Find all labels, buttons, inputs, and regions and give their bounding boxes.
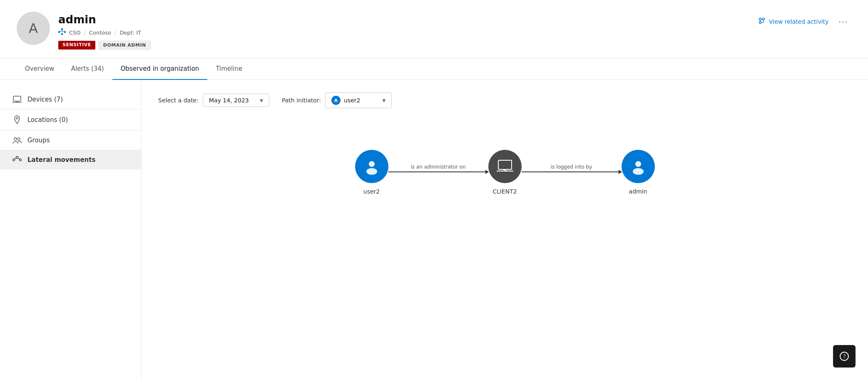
user-meta: CSO | Contoso | Dept: IT [58, 28, 151, 37]
groups-icon [12, 137, 22, 144]
user-info: admin CSO | [58, 12, 151, 50]
dept-label: Dept: IT [119, 30, 141, 36]
svg-line-21 [15, 158, 16, 160]
view-related-label: View related activity [769, 18, 828, 25]
lateral-icon [12, 156, 22, 164]
laptop-icon [12, 96, 22, 103]
user2-node-label: user2 [363, 188, 380, 195]
view-related-activity-button[interactable]: View related activity [758, 17, 828, 26]
svg-point-18 [13, 159, 15, 161]
svg-point-29 [633, 168, 644, 175]
svg-point-16 [14, 138, 17, 140]
sidebar-item-lateral[interactable]: Lateral movements [0, 150, 141, 169]
avatar: A [17, 12, 50, 45]
initiator-value: user2 [344, 97, 360, 104]
sidebar-item-devices[interactable]: Devices (7) [0, 90, 141, 109]
edge-label-1: is an administrator on [410, 164, 465, 170]
user-profile-section: A admin CSO [17, 12, 151, 50]
more-options-button[interactable]: ··· [835, 15, 851, 28]
svg-point-23 [369, 161, 375, 167]
page-header: A admin CSO [0, 0, 868, 58]
svg-point-24 [366, 168, 377, 175]
date-value: May 14, 2023 [209, 97, 249, 104]
svg-rect-0 [61, 28, 63, 30]
date-filter-label: Select a date: [158, 97, 199, 104]
date-filter-group: Select a date: May 14, 2023 ▼ [158, 94, 269, 107]
svg-point-9 [759, 18, 761, 20]
chevron-down-icon: ▼ [260, 98, 263, 103]
svg-rect-3 [61, 33, 63, 35]
graph-node-admin[interactable]: admin [622, 150, 655, 195]
svg-rect-12 [13, 96, 21, 101]
svg-point-19 [16, 156, 18, 159]
admin-node-circle [622, 150, 655, 183]
graph-node-user2[interactable]: user2 [355, 150, 388, 195]
initiator-filter-label: Path initiator: [282, 97, 321, 104]
badges: SENSITIVE DOMAIN ADMIN [58, 41, 151, 50]
main-content: Devices (7) Locations (0) Groups [0, 80, 868, 380]
svg-point-10 [763, 18, 765, 20]
sidebar-item-groups[interactable]: Groups [0, 130, 141, 150]
help-button[interactable]: ? [833, 345, 856, 368]
svg-point-11 [759, 22, 761, 24]
tab-observed[interactable]: Observed in organization [112, 58, 208, 80]
badge-domain-admin: DOMAIN ADMIN [99, 41, 151, 50]
admin-node-label: admin [629, 188, 647, 195]
client2-node-label: CLIENT2 [492, 188, 517, 195]
tab-timeline[interactable]: Timeline [207, 58, 251, 80]
left-sidebar: Devices (7) Locations (0) Groups [0, 80, 142, 380]
initiator-select[interactable]: A user2 ▼ [325, 92, 392, 108]
svg-rect-25 [498, 160, 512, 169]
tab-alerts[interactable]: Alerts (34) [63, 58, 112, 80]
sidebar-label-groups: Groups [27, 137, 50, 144]
org-icon [58, 28, 66, 37]
initiator-filter-group: Path initiator: A user2 ▼ [282, 92, 392, 108]
graph-node-client2[interactable]: CLIENT2 [488, 150, 522, 195]
user-name: admin [58, 13, 151, 26]
initiator-avatar: A [331, 96, 341, 105]
svg-point-28 [635, 161, 641, 167]
graph-area: user2 is an administrator on [158, 125, 851, 220]
location-icon [12, 115, 22, 124]
sidebar-label-devices: Devices (7) [27, 96, 63, 103]
svg-point-17 [17, 138, 20, 140]
date-select[interactable]: May 14, 2023 ▼ [203, 94, 269, 107]
tab-navigation: Overview Alerts (34) Observed in organiz… [0, 58, 868, 80]
header-actions: View related activity ··· [758, 12, 851, 28]
right-panel: Select a date: May 14, 2023 ▼ Path initi… [142, 80, 868, 380]
sidebar-label-locations: Locations (0) [27, 116, 68, 124]
sidebar-label-lateral: Lateral movements [27, 156, 95, 164]
related-activity-icon [758, 17, 766, 26]
sidebar-item-locations[interactable]: Locations (0) [0, 109, 141, 130]
filters-row: Select a date: May 14, 2023 ▼ Path initi… [158, 92, 851, 108]
user2-node-circle [355, 150, 388, 183]
badge-sensitive: SENSITIVE [58, 41, 95, 50]
company-label: Contoso [89, 30, 111, 36]
svg-line-22 [18, 158, 20, 160]
chevron-down-icon-2: ▼ [382, 98, 386, 103]
tab-overview[interactable]: Overview [17, 58, 63, 80]
cso-label: CSO [69, 30, 81, 36]
svg-text:?: ? [843, 353, 846, 360]
client2-node-circle [488, 150, 522, 183]
edge-label-2: is logged into by [551, 164, 592, 170]
svg-point-20 [20, 159, 22, 161]
lateral-movement-graph: user2 is an administrator on [355, 150, 655, 195]
svg-point-15 [16, 117, 18, 119]
